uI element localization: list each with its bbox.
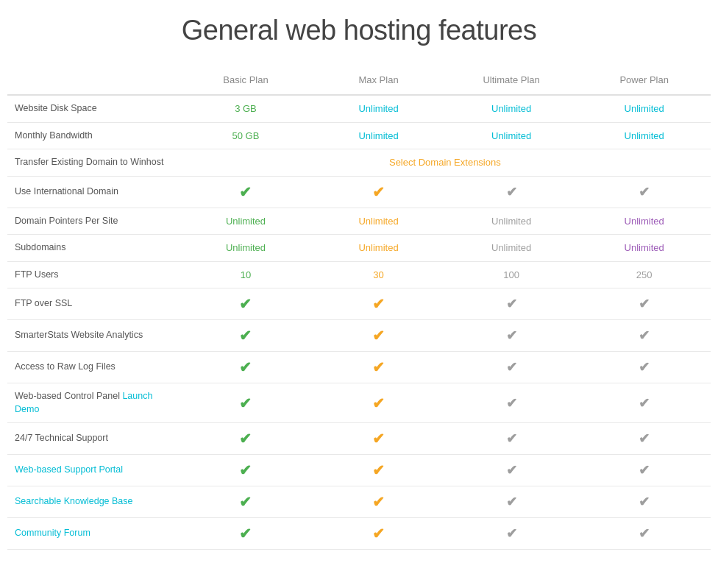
table-row: SubdomainsUnlimitedUnlimitedUnlimitedUnl…	[7, 235, 711, 262]
ultimate-value: 100	[503, 269, 519, 280]
ultimate-checkmark: ✔	[506, 463, 517, 478]
table-row: 24/7 Technical Support✔✔✔✔	[7, 423, 711, 455]
ultimate-value: Unlimited	[491, 130, 531, 141]
power-value: Unlimited	[625, 103, 664, 114]
power-cell: ✔	[577, 288, 711, 320]
basic-cell: ✔	[180, 518, 313, 550]
feature-label: Use International Domain	[7, 176, 180, 208]
page-title: General web hosting features	[7, 15, 711, 46]
ultimate-cell: ✔	[445, 176, 578, 208]
power-checkmark: ✔	[639, 495, 650, 509]
power-cell: ✔	[577, 518, 711, 550]
table-row: Community Forum✔✔✔✔	[7, 518, 711, 550]
col-header-max: Max Plan	[312, 68, 445, 95]
basic-cell: Unlimited	[180, 208, 313, 235]
basic-cell: ✔	[180, 486, 313, 518]
feature-label: 24/7 Technical Support	[7, 423, 180, 455]
max-cell: ✔	[312, 288, 445, 320]
power-cell: ✔	[577, 455, 711, 486]
basic-cell: 50 GB	[180, 122, 313, 149]
basic-value: 50 GB	[232, 130, 260, 141]
power-cell: Unlimited	[577, 95, 711, 122]
max-cell: Unlimited	[312, 122, 445, 149]
max-cell: ✔	[312, 320, 445, 352]
max-checkmark: ✔	[372, 431, 385, 447]
feature-link[interactable]: Searchable Knowledge Base	[15, 496, 133, 506]
basic-cell: ✔	[180, 352, 313, 383]
max-cell: ✔	[312, 383, 445, 423]
power-cell: 250	[577, 261, 711, 288]
col-header-basic: Basic Plan	[180, 68, 313, 95]
table-row: SmarterStats Website Analytics✔✔✔✔	[7, 320, 711, 352]
col-header-power: Power Plan	[577, 68, 711, 95]
feature-link[interactable]: Web-based Support Portal	[15, 464, 123, 475]
max-value: Unlimited	[358, 242, 398, 253]
table-row: Monthly Bandwidth50 GBUnlimitedUnlimited…	[7, 122, 711, 149]
power-checkmark: ✔	[639, 526, 650, 541]
basic-checkmark: ✔	[239, 359, 252, 375]
ultimate-cell: ✔	[445, 518, 578, 550]
basic-checkmark: ✔	[239, 525, 252, 542]
basic-value: 10	[241, 269, 251, 280]
power-cell: Unlimited	[577, 208, 711, 235]
feature-label[interactable]: Searchable Knowledge Base	[7, 486, 180, 518]
ultimate-checkmark: ✔	[506, 328, 517, 343]
basic-checkmark: ✔	[239, 296, 252, 312]
ultimate-checkmark: ✔	[506, 431, 517, 446]
table-row: Access to Raw Log Files✔✔✔✔	[7, 352, 711, 383]
table-row: FTP Users1030100250	[7, 261, 711, 288]
max-checkmark: ✔	[372, 327, 385, 344]
feature-link[interactable]: Community Forum	[15, 528, 90, 538]
power-checkmark: ✔	[639, 360, 650, 375]
feature-cell: Transfer Existing Domain to Winhost	[7, 149, 180, 177]
ultimate-checkmark: ✔	[506, 297, 517, 311]
ultimate-cell: ✔	[445, 383, 578, 423]
ultimate-checkmark: ✔	[506, 396, 517, 411]
feature-label[interactable]: Web-based Support Portal	[7, 455, 180, 486]
table-row: Searchable Knowledge Base✔✔✔✔	[7, 486, 711, 518]
power-checkmark: ✔	[639, 297, 650, 311]
basic-cell: ✔	[180, 176, 313, 208]
table-row: Web-based Control Panel Launch Demo✔✔✔✔	[7, 383, 711, 423]
feature-label: SmarterStats Website Analytics	[7, 320, 180, 352]
table-row: Web-based Support Portal✔✔✔✔	[7, 455, 711, 486]
ultimate-cell: ✔	[445, 320, 578, 352]
max-checkmark: ✔	[372, 395, 385, 411]
ultimate-checkmark: ✔	[506, 495, 517, 509]
basic-checkmark: ✔	[239, 462, 252, 478]
power-value: 250	[636, 269, 653, 280]
ultimate-checkmark: ✔	[506, 526, 517, 541]
power-cell: ✔	[577, 352, 711, 383]
ultimate-value: Unlimited	[491, 103, 531, 114]
basic-checkmark: ✔	[239, 184, 252, 200]
power-cell: ✔	[577, 486, 711, 518]
basic-checkmark: ✔	[239, 494, 252, 510]
ultimate-cell: ✔	[445, 455, 578, 486]
basic-cell: ✔	[180, 455, 313, 486]
power-cell: ✔	[577, 423, 711, 455]
basic-checkmark: ✔	[239, 431, 252, 447]
ultimate-cell: Unlimited	[445, 95, 578, 122]
feature-label[interactable]: Community Forum	[7, 518, 180, 550]
domain-select-cell[interactable]: Select Domain Extensions	[180, 149, 711, 177]
max-cell: ✔	[312, 486, 445, 518]
max-cell: ✔	[312, 518, 445, 550]
power-value: Unlimited	[625, 130, 664, 141]
basic-checkmark: ✔	[239, 395, 252, 411]
table-row: FTP over SSL✔✔✔✔	[7, 288, 711, 320]
power-checkmark: ✔	[639, 463, 650, 478]
ultimate-cell: ✔	[445, 352, 578, 383]
ultimate-value: Unlimited	[491, 242, 531, 253]
select-domain-link[interactable]: Select Domain Extensions	[389, 157, 501, 168]
power-cell: Unlimited	[577, 122, 711, 149]
max-cell: ✔	[312, 455, 445, 486]
ultimate-value: Unlimited	[491, 216, 531, 227]
basic-cell: ✔	[180, 320, 313, 352]
power-value: Unlimited	[625, 242, 664, 253]
launch-demo-link[interactable]: Launch Demo	[15, 391, 152, 414]
basic-cell: ✔	[180, 288, 313, 320]
feature-label: Access to Raw Log Files	[7, 352, 180, 383]
power-cell: ✔	[577, 383, 711, 423]
ultimate-cell: Unlimited	[445, 208, 578, 235]
max-checkmark: ✔	[372, 359, 385, 375]
